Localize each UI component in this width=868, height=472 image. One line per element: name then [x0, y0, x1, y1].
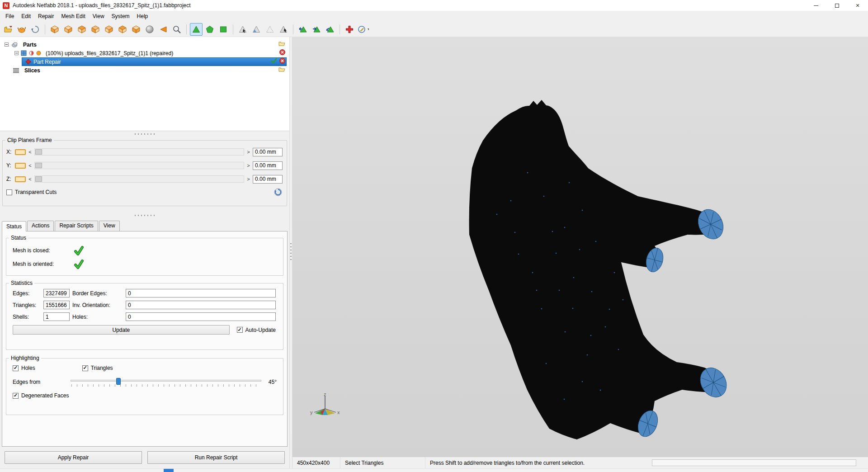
- clip-z-color-swatch[interactable]: [15, 176, 26, 182]
- triangles-checkbox[interactable]: Triangles: [82, 365, 113, 371]
- vertical-splitter[interactable]: [289, 37, 292, 468]
- menu-mesh-edit[interactable]: Mesh Edit: [57, 12, 89, 21]
- history-loop-icon[interactable]: [29, 23, 42, 36]
- tab-status[interactable]: Status: [2, 221, 26, 231]
- clip-x-increase-button[interactable]: >: [246, 149, 250, 155]
- clip-y-decrease-button[interactable]: <: [28, 163, 32, 168]
- run-repair-script-button[interactable]: Run Repair Script: [147, 451, 285, 464]
- select-triangles-tool[interactable]: [190, 23, 203, 36]
- tree-node-parts[interactable]: Parts: [0, 40, 289, 49]
- mode-hint: Press Shift to add/remove triangles to/f…: [425, 457, 589, 468]
- collapse-icon[interactable]: [5, 42, 9, 47]
- view-left-icon[interactable]: [89, 23, 102, 36]
- clip-y-color-swatch[interactable]: [15, 163, 26, 169]
- select-brush-tool[interactable]: [277, 23, 290, 36]
- collapse-icon[interactable]: [14, 51, 19, 55]
- select-rect-triangle-tool[interactable]: [250, 23, 263, 36]
- maximize-button[interactable]: [826, 0, 847, 11]
- clip-z-label: Z:: [6, 176, 13, 182]
- tree-node-slices[interactable]: Slices: [0, 66, 289, 75]
- degenerated-faces-checkbox[interactable]: Degenerated Faces: [13, 392, 69, 399]
- tab-view[interactable]: View: [99, 221, 120, 231]
- shading-sphere-icon[interactable]: [143, 23, 156, 36]
- view-top-icon[interactable]: [116, 23, 129, 36]
- expand-selection-icon[interactable]: [297, 23, 309, 36]
- clip-z-value-input[interactable]: [253, 175, 283, 184]
- mesh-closed-check-icon: [74, 245, 84, 255]
- clip-x-decrease-button[interactable]: <: [28, 149, 32, 155]
- edges-angle-slider-handle[interactable]: [116, 378, 121, 385]
- menu-help[interactable]: Help: [133, 12, 152, 21]
- repair-tabs-area: Status Actions Repair Scripts View Statu…: [0, 218, 289, 447]
- triangles-checkbox-label: Triangles: [91, 365, 113, 371]
- triangles-input[interactable]: [43, 301, 70, 309]
- select-add-triangle-tool[interactable]: [236, 23, 249, 36]
- invert-selection-icon[interactable]: [324, 23, 336, 36]
- tree-node-part[interactable]: (100%) uploads_files_2832617_Spitz_(1)1 …: [0, 49, 289, 57]
- clip-x-value-input[interactable]: [253, 148, 283, 156]
- remove-part-icon[interactable]: [279, 49, 285, 55]
- select-shells-tool[interactable]: [217, 23, 230, 36]
- menu-edit[interactable]: Edit: [18, 12, 34, 21]
- reset-clip-icon[interactable]: [274, 188, 283, 197]
- border-edges-input[interactable]: [126, 289, 276, 297]
- clip-x-slider-handle[interactable]: [35, 149, 42, 155]
- clip-z-slider[interactable]: [34, 175, 244, 183]
- view-back-icon[interactable]: [75, 23, 88, 36]
- update-button[interactable]: Update: [13, 325, 230, 335]
- shells-input[interactable]: [43, 312, 70, 321]
- horizontal-splitter[interactable]: [0, 212, 289, 218]
- edges-angle-slider[interactable]: [71, 378, 261, 387]
- import-part-icon[interactable]: [15, 23, 28, 36]
- tree-node-part-repair[interactable]: Part Repair: [0, 57, 289, 66]
- inv-orientation-input[interactable]: [126, 301, 276, 309]
- fit-view-arrow-icon[interactable]: [157, 23, 170, 36]
- minimize-button[interactable]: [806, 0, 826, 11]
- menu-view[interactable]: View: [89, 12, 108, 21]
- shrink-selection-icon[interactable]: [310, 23, 323, 36]
- clip-z-decrease-button[interactable]: <: [28, 176, 32, 182]
- close-button[interactable]: ✕: [847, 0, 868, 11]
- open-project-icon[interactable]: [2, 23, 14, 36]
- clip-x-color-swatch[interactable]: [15, 149, 26, 155]
- transparent-cuts-checkbox[interactable]: Transparent Cuts: [6, 189, 57, 195]
- zoom-icon[interactable]: [170, 23, 183, 36]
- menu-system[interactable]: System: [108, 12, 133, 21]
- toolbar-separator: [233, 24, 233, 34]
- apply-check-icon[interactable]: [271, 58, 277, 64]
- tool-options-icon[interactable]: [357, 23, 369, 36]
- view-right-icon[interactable]: [103, 23, 115, 36]
- tab-repair-scripts[interactable]: Repair Scripts: [55, 221, 98, 231]
- repair-add-icon[interactable]: [343, 23, 356, 36]
- auto-update-checkbox[interactable]: Auto-Update: [237, 327, 276, 333]
- view-front-icon[interactable]: [62, 23, 75, 36]
- clip-y-value-input[interactable]: [253, 161, 283, 170]
- folder-icon[interactable]: [278, 41, 285, 46]
- clip-z-increase-button[interactable]: >: [246, 176, 250, 182]
- clip-x-slider[interactable]: [34, 148, 244, 156]
- apply-repair-button[interactable]: Apply Repair: [5, 451, 142, 464]
- holes-checkbox[interactable]: Holes: [13, 365, 35, 371]
- menu-file[interactable]: File: [2, 12, 18, 21]
- clip-y-increase-button[interactable]: >: [246, 163, 250, 168]
- view-iso-icon[interactable]: [48, 23, 61, 36]
- statistics-group-title: Statistics: [9, 280, 34, 286]
- horizontal-splitter[interactable]: [0, 131, 289, 137]
- folder-icon[interactable]: [278, 66, 285, 72]
- select-free-triangle-tool[interactable]: [264, 23, 276, 36]
- clip-z-slider-handle[interactable]: [35, 176, 42, 182]
- edges-input[interactable]: [43, 289, 70, 297]
- holes-input[interactable]: [126, 312, 276, 321]
- model-scene: [292, 37, 865, 457]
- view-bottom-icon[interactable]: [130, 23, 142, 36]
- tree-label-slices: Slices: [24, 67, 40, 74]
- viewport-canvas[interactable]: x y z: [292, 37, 868, 457]
- cancel-repair-icon[interactable]: [279, 58, 285, 64]
- tab-actions[interactable]: Actions: [27, 221, 54, 231]
- menu-repair[interactable]: Repair: [34, 12, 57, 21]
- select-surfaces-tool[interactable]: [203, 23, 216, 36]
- part-repaired-dot-icon: [36, 51, 41, 56]
- clip-y-slider[interactable]: [34, 162, 244, 169]
- clip-y-slider-handle[interactable]: [35, 163, 42, 168]
- toolbar-separator: [45, 24, 45, 34]
